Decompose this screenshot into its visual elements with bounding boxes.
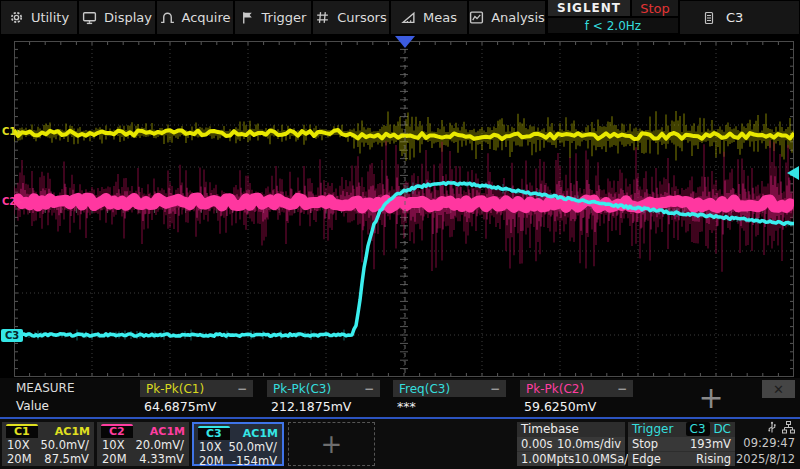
menu-utility-label: Utility — [31, 10, 69, 25]
c2-offset-marker[interactable]: C2▶ — [2, 196, 23, 207]
measure-strip: MEASURE Value Pk-Pk(C1) − Pk-Pk(C3) − Fr… — [0, 378, 800, 418]
top-menu-bar: Utility Display Acquire Trigger — [0, 0, 800, 35]
trigger-title: Trigger — [632, 422, 673, 436]
waveform-display[interactable]: C1▶ C2▶ C3 — [0, 35, 800, 378]
brand-status-cluster: SIGLENT Stop f < 2.0Hz — [548, 0, 678, 35]
meas-icon — [401, 10, 416, 25]
c3-coupling: AC1M — [243, 427, 278, 440]
right-arrow-icon: ▶ — [17, 128, 22, 136]
c2-tab[interactable]: C2 — [101, 424, 133, 438]
timebase-title: Timebase — [521, 422, 579, 436]
flag-icon — [240, 10, 255, 25]
c3-scale: 50.0mV/ — [228, 440, 277, 454]
clock-date: 2025/8/12 — [736, 452, 795, 466]
trigger-position-marker[interactable] — [395, 36, 415, 48]
menu-cursors-label: Cursors — [337, 10, 387, 25]
timebase-scale: 10.0ms/div — [557, 437, 621, 451]
menu-meas-label: Meas — [423, 10, 457, 25]
trigger-level-marker[interactable] — [787, 166, 799, 180]
channel-descriptor-c2[interactable]: C2 AC1M 10X20.0mV/ 20M4.33mV — [97, 422, 189, 466]
status-bar: C1 AC1M 10X50.0mV/ 20M87.5mV C2 AC1M 10X… — [0, 419, 800, 469]
remove-measure-icon[interactable]: − — [617, 382, 627, 396]
c2-scale: 20.0mV/ — [135, 438, 184, 452]
menu-trigger[interactable]: Trigger — [235, 1, 311, 34]
timebase-delay: 0.00s — [521, 437, 553, 451]
channel-list-icon — [702, 11, 716, 25]
usb-icon — [766, 421, 778, 434]
clock-box: 09:29:47 2025/8/12 — [737, 420, 797, 467]
timebase-memory: 1.00Mpts — [521, 452, 574, 466]
timebase-box[interactable]: Timebase 0.00s10.0ms/div 1.00Mpts10.0MSa… — [517, 422, 625, 466]
right-arrow-icon: ▶ — [17, 198, 22, 206]
acquire-icon — [160, 10, 175, 25]
measure-value-pkpk-c1: 64.6875mV — [144, 399, 216, 414]
measure-item-pkpk-c2[interactable]: Pk-Pk(C2) − — [520, 380, 633, 397]
remove-measure-icon[interactable]: − — [364, 382, 374, 396]
menu-analysis-label: Analysis — [491, 10, 545, 25]
measure-item-freq-c3[interactable]: Freq(C3) − — [393, 380, 506, 397]
c1-coupling: AC1M — [55, 425, 90, 438]
c1-offset-marker[interactable]: C1▶ — [2, 126, 23, 137]
lan-icon — [782, 421, 795, 434]
remove-measure-icon[interactable]: − — [237, 382, 247, 396]
measure-value-freq-c3: *** — [397, 399, 416, 414]
display-icon — [82, 10, 97, 25]
c2-coupling: AC1M — [150, 425, 185, 438]
channel-descriptor-c1[interactable]: C1 AC1M 10X50.0mV/ 20M87.5mV — [2, 422, 94, 466]
measure-value-pkpk-c3: 212.1875mV — [271, 399, 351, 414]
trigger-source-coupling: C3 DC — [686, 422, 731, 436]
c1-offset: 87.5mV — [44, 452, 89, 466]
menu-meas[interactable]: Meas — [391, 1, 467, 34]
c3-tab[interactable]: C3 — [198, 426, 230, 440]
analysis-icon — [469, 10, 484, 25]
trigger-status: Stop — [632, 437, 658, 451]
c2-probe: 10X — [102, 438, 125, 452]
channel-descriptor-c3[interactable]: C3 AC1M 10X50.0mV/ 20M-154mV — [192, 422, 284, 466]
menu-cursors[interactable]: Cursors — [313, 1, 389, 34]
c3-offset: -154mV — [232, 454, 277, 468]
remove-measure-icon[interactable]: − — [490, 382, 500, 396]
close-measure-button[interactable]: ✕ — [762, 380, 795, 398]
measure-value-row-label: Value — [16, 399, 49, 413]
trigger-type: Edge — [632, 452, 661, 466]
measure-item-pkpk-c1[interactable]: Pk-Pk(C1) − — [140, 380, 253, 397]
c3-bandwidth: 20M — [199, 454, 224, 468]
menu-display[interactable]: Display — [79, 1, 155, 34]
c2-bandwidth: 20M — [102, 452, 127, 466]
menu-acquire[interactable]: Acquire — [157, 1, 233, 34]
clock-time: 09:29:47 — [743, 436, 795, 450]
menu-utility[interactable]: Utility — [1, 1, 77, 34]
trigger-box[interactable]: Trigger C3 DC Stop193mV EdgeRising — [628, 422, 735, 466]
measure-item-pkpk-c3[interactable]: Pk-Pk(C3) − — [267, 380, 380, 397]
add-channel-button[interactable]: + — [288, 422, 375, 466]
acquisition-status[interactable]: Stop — [632, 0, 678, 16]
c1-scale: 50.0mV/ — [40, 438, 89, 452]
trigger-level: 193mV — [690, 437, 731, 451]
timebase-samplerate: 10.0MSa/s — [574, 452, 634, 466]
c1-tab[interactable]: C1 — [6, 424, 38, 438]
menu-trigger-label: Trigger — [262, 10, 307, 25]
c1-bandwidth: 20M — [7, 452, 32, 466]
menu-display-label: Display — [104, 10, 152, 25]
measure-title: MEASURE — [16, 381, 74, 395]
siglent-logo: SIGLENT — [548, 0, 630, 16]
menu-analysis[interactable]: Analysis — [469, 1, 545, 34]
c2-offset: 4.33mV — [139, 452, 184, 466]
gear-icon — [9, 10, 24, 25]
cursors-icon — [315, 10, 330, 25]
measure-value-pkpk-c2: 59.6250mV — [524, 399, 596, 414]
frequency-counter: f < 2.0Hz — [548, 18, 678, 33]
c1-probe: 10X — [7, 438, 30, 452]
c3-probe: 10X — [199, 440, 222, 454]
c3-offset-marker[interactable]: C3 — [1, 329, 23, 342]
add-measure-button[interactable]: + — [688, 380, 734, 415]
oscilloscope-screen: Utility Display Acquire Trigger — [0, 0, 800, 469]
trigger-slope: Rising — [696, 452, 731, 466]
graticule-and-traces — [14, 41, 794, 377]
active-channel-label: C3 — [726, 10, 743, 25]
menu-acquire-label: Acquire — [182, 10, 231, 25]
active-channel-cluster[interactable]: C3 — [680, 1, 799, 34]
